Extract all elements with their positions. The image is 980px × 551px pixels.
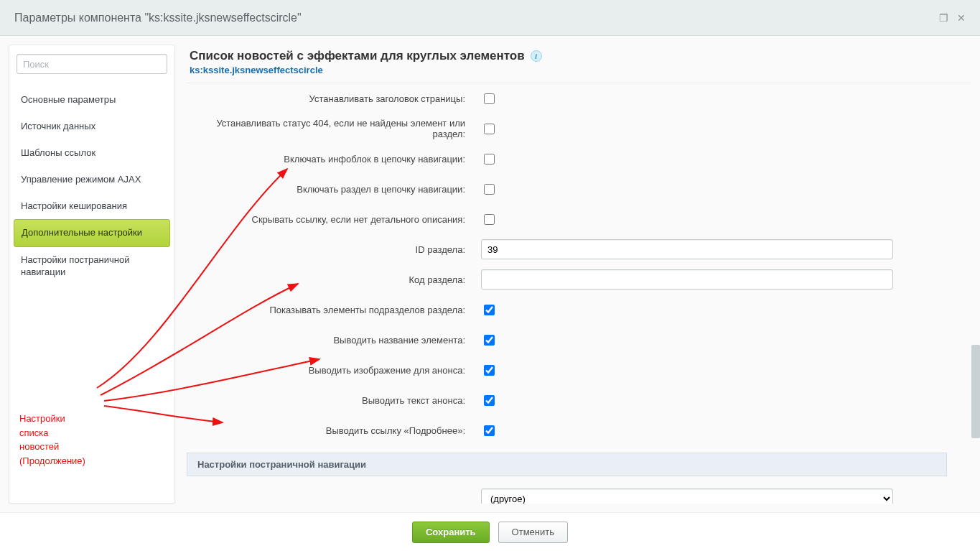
checkbox-input[interactable] (484, 93, 495, 104)
sidebar-item[interactable]: Настройки постраничной навигации (14, 247, 170, 286)
checkbox-input[interactable] (484, 305, 495, 315)
form-row: (другое) (187, 483, 969, 504)
form-control (481, 393, 969, 408)
form-label: Показывать элементы подразделов раздела: (187, 305, 481, 315)
section-heading: Настройки постраничной навигации (187, 453, 947, 476)
form-control (481, 91, 969, 106)
sidebar-item[interactable]: Управление режимом AJAX (14, 167, 170, 193)
page-scrollbar-thumb[interactable] (971, 345, 980, 438)
annotation-text: Настройки списка новостей (Продолжение) (19, 412, 85, 468)
search-input[interactable] (17, 54, 167, 74)
form-row: Выводить изображение для анонса: (187, 355, 969, 385)
form-label: Включать инфоблок в цепочку навигации: (187, 154, 481, 165)
select-input[interactable]: (другое) (481, 489, 893, 504)
sidebar-item[interactable]: Основные параметры (14, 87, 170, 114)
form-row: ID раздела: (187, 234, 969, 264)
form-label: Выводить изображение для анонса: (187, 365, 481, 376)
checkbox-input[interactable] (484, 124, 495, 134)
titlebar: Параметры компонента "ks:kssite.jksnewse… (0, 0, 980, 36)
window-restore-icon[interactable]: ❐ (939, 12, 948, 24)
form-label: Выводить название элемента: (187, 335, 481, 346)
form-control (481, 423, 969, 438)
form-area: Устанавливать заголовок страницы:Устанав… (187, 83, 971, 504)
sidebar-item[interactable]: Шаблоны ссылок (14, 140, 170, 167)
form-label: Выводить ссылку «Подробнее»: (187, 425, 481, 436)
checkbox-input[interactable] (484, 335, 495, 346)
form-label: Скрывать ссылку, если нет детального опи… (187, 214, 481, 225)
sidebar-item[interactable]: Настройки кеширования (14, 193, 170, 220)
text-input[interactable] (481, 269, 893, 290)
form-row: Выводить название элемента: (187, 325, 969, 355)
form-row: Показывать элементы подразделов раздела: (187, 295, 969, 325)
form-control (481, 212, 969, 227)
form-row: Устанавливать статус 404, если не найден… (187, 114, 969, 144)
form-label: Устанавливать заголовок страницы: (187, 93, 481, 104)
form-label: Включать раздел в цепочку навигации: (187, 184, 481, 195)
main-header: Список новостей с эффектами для круглых … (187, 45, 971, 83)
component-code: ks:kssite.jksnewseffectscircle (190, 65, 969, 75)
sidebar: Основные параметрыИсточник данныхШаблоны… (9, 45, 175, 504)
form-label: Устанавливать статус 404, если не найден… (187, 118, 481, 139)
form-control (481, 333, 969, 348)
form-label: ID раздела: (187, 244, 481, 255)
form-row: Выводить ссылку «Подробнее»: (187, 415, 969, 445)
form-control (481, 182, 969, 197)
cancel-button[interactable]: Отменить (498, 522, 568, 543)
text-input[interactable] (481, 239, 893, 259)
checkbox-input[interactable] (484, 365, 495, 376)
form-label: Код раздела: (187, 274, 481, 285)
form-control (481, 152, 969, 167)
form-row: Код раздела: (187, 264, 969, 295)
form-control (481, 302, 969, 318)
form-row: Включать раздел в цепочку навигации: (187, 174, 969, 204)
page-title: Список новостей с эффектами для круглых … (190, 49, 525, 63)
checkbox-input[interactable] (484, 154, 495, 165)
form-row: Выводить текст анонса: (187, 385, 969, 415)
window-title: Параметры компонента "ks:kssite.jksnewse… (14, 11, 302, 24)
footer: Сохранить Отменить (0, 512, 980, 551)
form-label: Выводить текст анонса: (187, 395, 481, 406)
form-control (481, 363, 969, 378)
checkbox-input[interactable] (484, 214, 495, 225)
form-control (481, 121, 969, 136)
checkbox-input[interactable] (484, 425, 495, 436)
form-control (481, 239, 969, 259)
form-row: Скрывать ссылку, если нет детального опи… (187, 204, 969, 234)
checkbox-input[interactable] (484, 184, 495, 195)
form-row: Устанавливать заголовок страницы: (187, 83, 969, 114)
window-close-icon[interactable]: ✕ (957, 12, 966, 24)
form-row: Включать инфоблок в цепочку навигации: (187, 144, 969, 174)
sidebar-item[interactable]: Источник данных (14, 114, 170, 140)
save-button[interactable]: Сохранить (412, 522, 490, 543)
checkbox-input[interactable] (484, 395, 495, 406)
info-icon[interactable]: i (531, 50, 542, 62)
sidebar-item[interactable]: Дополнительные настройки (14, 219, 170, 247)
form-control (481, 269, 969, 290)
